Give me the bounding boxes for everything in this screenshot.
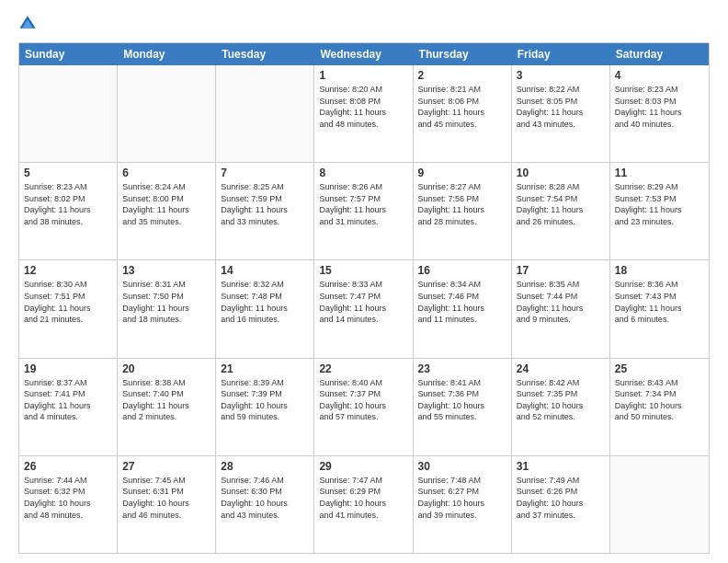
cell-info: Sunrise: 8:23 AM Sunset: 8:03 PM Dayligh… — [615, 84, 704, 130]
day-number: 4 — [615, 69, 704, 82]
empty-cell — [216, 65, 314, 162]
day-cell-9: 9Sunrise: 8:27 AM Sunset: 7:56 PM Daylig… — [414, 163, 512, 259]
day-number: 13 — [122, 264, 210, 277]
day-number: 10 — [517, 167, 605, 179]
day-cell-23: 23Sunrise: 8:41 AM Sunset: 7:36 PM Dayli… — [414, 359, 512, 455]
day-cell-2: 2Sunrise: 8:21 AM Sunset: 8:06 PM Daylig… — [414, 65, 512, 162]
empty-cell — [610, 456, 709, 553]
day-cell-3: 3Sunrise: 8:22 AM Sunset: 8:05 PM Daylig… — [512, 65, 610, 162]
day-cell-1: 1Sunrise: 8:20 AM Sunset: 8:08 PM Daylig… — [314, 65, 413, 162]
day-cell-22: 22Sunrise: 8:40 AM Sunset: 7:37 PM Dayli… — [314, 359, 413, 455]
cell-info: Sunrise: 8:39 AM Sunset: 7:39 PM Dayligh… — [221, 377, 309, 423]
day-cell-24: 24Sunrise: 8:42 AM Sunset: 7:35 PM Dayli… — [512, 359, 610, 455]
cell-info: Sunrise: 8:33 AM Sunset: 7:47 PM Dayligh… — [319, 279, 407, 325]
empty-cell — [118, 65, 216, 162]
cell-info: Sunrise: 8:21 AM Sunset: 8:06 PM Dayligh… — [418, 84, 506, 130]
cell-info: Sunrise: 8:32 AM Sunset: 7:48 PM Dayligh… — [221, 279, 309, 325]
cell-info: Sunrise: 8:25 AM Sunset: 7:59 PM Dayligh… — [221, 181, 309, 227]
day-number: 23 — [418, 362, 506, 375]
cell-info: Sunrise: 8:30 AM Sunset: 7:51 PM Dayligh… — [24, 279, 112, 325]
day-number: 19 — [24, 362, 112, 375]
day-cell-6: 6Sunrise: 8:24 AM Sunset: 8:00 PM Daylig… — [118, 163, 216, 259]
day-number: 28 — [221, 460, 309, 473]
empty-cell — [19, 65, 118, 162]
cell-info: Sunrise: 8:43 AM Sunset: 7:34 PM Dayligh… — [615, 377, 704, 423]
day-cell-11: 11Sunrise: 8:29 AM Sunset: 7:53 PM Dayli… — [610, 163, 709, 259]
day-number: 3 — [517, 69, 605, 82]
cell-info: Sunrise: 7:47 AM Sunset: 6:29 PM Dayligh… — [319, 475, 407, 521]
day-number: 30 — [418, 460, 506, 473]
cell-info: Sunrise: 8:29 AM Sunset: 7:53 PM Dayligh… — [615, 181, 704, 227]
day-cell-15: 15Sunrise: 8:33 AM Sunset: 7:47 PM Dayli… — [314, 260, 413, 357]
day-cell-30: 30Sunrise: 7:48 AM Sunset: 6:27 PM Dayli… — [414, 456, 512, 553]
day-number: 5 — [24, 167, 112, 179]
day-number: 31 — [517, 460, 605, 473]
header-day-tuesday: Tuesday — [216, 43, 314, 65]
day-cell-19: 19Sunrise: 8:37 AM Sunset: 7:41 PM Dayli… — [19, 359, 118, 455]
day-number: 11 — [615, 167, 704, 179]
cell-info: Sunrise: 7:46 AM Sunset: 6:30 PM Dayligh… — [221, 475, 309, 521]
day-cell-13: 13Sunrise: 8:31 AM Sunset: 7:50 PM Dayli… — [118, 260, 216, 357]
day-number: 1 — [319, 69, 407, 82]
calendar-row-3: 19Sunrise: 8:37 AM Sunset: 7:41 PM Dayli… — [19, 358, 709, 455]
day-number: 29 — [319, 460, 407, 473]
calendar-row-0: 1Sunrise: 8:20 AM Sunset: 8:08 PM Daylig… — [19, 65, 709, 162]
day-cell-14: 14Sunrise: 8:32 AM Sunset: 7:48 PM Dayli… — [216, 260, 314, 357]
calendar-row-4: 26Sunrise: 7:44 AM Sunset: 6:32 PM Dayli… — [19, 455, 709, 553]
cell-info: Sunrise: 8:20 AM Sunset: 8:08 PM Dayligh… — [319, 84, 407, 130]
day-number: 25 — [615, 362, 704, 375]
day-number: 16 — [418, 264, 506, 277]
calendar: SundayMondayTuesdayWednesdayThursdayFrid… — [18, 42, 710, 554]
day-number: 21 — [221, 362, 309, 375]
cell-info: Sunrise: 8:36 AM Sunset: 7:43 PM Dayligh… — [615, 279, 704, 325]
day-number: 9 — [418, 167, 506, 179]
day-cell-12: 12Sunrise: 8:30 AM Sunset: 7:51 PM Dayli… — [19, 260, 118, 357]
cell-info: Sunrise: 8:27 AM Sunset: 7:56 PM Dayligh… — [418, 181, 506, 227]
header — [18, 15, 710, 33]
day-number: 18 — [615, 264, 704, 277]
cell-info: Sunrise: 8:35 AM Sunset: 7:44 PM Dayligh… — [517, 279, 605, 325]
calendar-row-1: 5Sunrise: 8:23 AM Sunset: 8:02 PM Daylig… — [19, 162, 709, 259]
day-number: 2 — [418, 69, 506, 82]
day-number: 14 — [221, 264, 309, 277]
cell-info: Sunrise: 7:44 AM Sunset: 6:32 PM Dayligh… — [24, 475, 112, 521]
day-number: 27 — [122, 460, 210, 473]
day-cell-31: 31Sunrise: 7:49 AM Sunset: 6:26 PM Dayli… — [512, 456, 610, 553]
day-cell-26: 26Sunrise: 7:44 AM Sunset: 6:32 PM Dayli… — [19, 456, 118, 553]
day-number: 7 — [221, 167, 309, 179]
cell-info: Sunrise: 8:31 AM Sunset: 7:50 PM Dayligh… — [122, 279, 210, 325]
header-day-wednesday: Wednesday — [314, 43, 413, 65]
day-cell-27: 27Sunrise: 7:45 AM Sunset: 6:31 PM Dayli… — [118, 456, 216, 553]
day-cell-20: 20Sunrise: 8:38 AM Sunset: 7:40 PM Dayli… — [118, 359, 216, 455]
cell-info: Sunrise: 8:37 AM Sunset: 7:41 PM Dayligh… — [24, 377, 112, 423]
day-cell-7: 7Sunrise: 8:25 AM Sunset: 7:59 PM Daylig… — [216, 163, 314, 259]
day-number: 8 — [319, 167, 407, 179]
logo — [18, 15, 39, 33]
day-cell-4: 4Sunrise: 8:23 AM Sunset: 8:03 PM Daylig… — [610, 65, 709, 162]
cell-info: Sunrise: 8:23 AM Sunset: 8:02 PM Dayligh… — [24, 181, 112, 227]
cell-info: Sunrise: 8:24 AM Sunset: 8:00 PM Dayligh… — [122, 181, 210, 227]
cell-info: Sunrise: 8:26 AM Sunset: 7:57 PM Dayligh… — [319, 181, 407, 227]
day-number: 26 — [24, 460, 112, 473]
cell-info: Sunrise: 8:22 AM Sunset: 8:05 PM Dayligh… — [517, 84, 605, 130]
cell-info: Sunrise: 7:49 AM Sunset: 6:26 PM Dayligh… — [517, 475, 605, 521]
day-cell-5: 5Sunrise: 8:23 AM Sunset: 8:02 PM Daylig… — [19, 163, 118, 259]
calendar-row-2: 12Sunrise: 8:30 AM Sunset: 7:51 PM Dayli… — [19, 259, 709, 357]
day-cell-18: 18Sunrise: 8:36 AM Sunset: 7:43 PM Dayli… — [610, 260, 709, 357]
header-day-sunday: Sunday — [19, 43, 118, 65]
header-day-thursday: Thursday — [414, 43, 512, 65]
day-number: 20 — [122, 362, 210, 375]
day-cell-28: 28Sunrise: 7:46 AM Sunset: 6:30 PM Dayli… — [216, 456, 314, 553]
cell-info: Sunrise: 7:48 AM Sunset: 6:27 PM Dayligh… — [418, 475, 506, 521]
day-cell-16: 16Sunrise: 8:34 AM Sunset: 7:46 PM Dayli… — [414, 260, 512, 357]
cell-info: Sunrise: 8:28 AM Sunset: 7:54 PM Dayligh… — [517, 181, 605, 227]
day-cell-8: 8Sunrise: 8:26 AM Sunset: 7:57 PM Daylig… — [314, 163, 413, 259]
header-day-saturday: Saturday — [610, 43, 709, 65]
day-number: 24 — [517, 362, 605, 375]
day-number: 12 — [24, 264, 112, 277]
cell-info: Sunrise: 7:45 AM Sunset: 6:31 PM Dayligh… — [122, 475, 210, 521]
day-cell-21: 21Sunrise: 8:39 AM Sunset: 7:39 PM Dayli… — [216, 359, 314, 455]
cell-info: Sunrise: 8:40 AM Sunset: 7:37 PM Dayligh… — [319, 377, 407, 423]
header-day-monday: Monday — [118, 43, 216, 65]
cell-info: Sunrise: 8:34 AM Sunset: 7:46 PM Dayligh… — [418, 279, 506, 325]
